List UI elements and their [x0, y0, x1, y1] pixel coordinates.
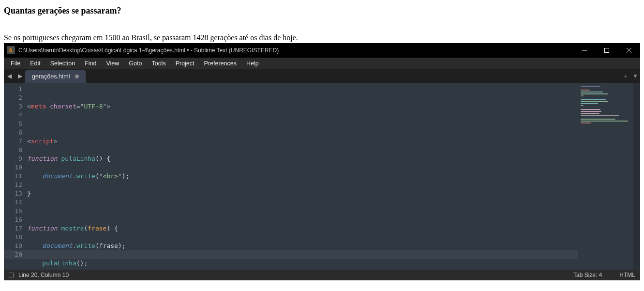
svg-rect-1 [605, 48, 609, 53]
line-number: 17 [4, 224, 22, 233]
line-number: 18 [4, 233, 22, 242]
tab-nav-next-icon[interactable]: ▶ [15, 69, 25, 83]
line-number: 4 [4, 111, 22, 120]
code-view[interactable]: <meta charset="UTF-8"> <script> function… [27, 83, 578, 270]
line-number: 3 [4, 102, 22, 111]
page-paragraph: Se os portugueses chegaram em 1500 ao Br… [4, 33, 640, 42]
status-tabsize[interactable]: Tab Size: 4 [573, 272, 602, 278]
maximize-button[interactable] [596, 43, 618, 58]
tab-overflow-button[interactable]: ▼ [630, 73, 640, 79]
vertical-scrollbar[interactable] [633, 83, 640, 270]
line-number: 8 [4, 146, 22, 154]
sublime-logo-icon: S [7, 46, 15, 54]
tab-dirty-icon [75, 75, 79, 78]
line-number: 16 [4, 215, 22, 224]
menu-preferences[interactable]: Preferences [199, 59, 241, 68]
line-number: 1 [4, 85, 22, 93]
tabbar: ◀ ▶ gerações.html ＋ ▼ [4, 69, 640, 83]
menu-help[interactable]: Help [241, 59, 264, 68]
menu-goto[interactable]: Goto [124, 59, 147, 68]
line-number: 10 [4, 163, 22, 172]
tab-nav-prev-icon[interactable]: ◀ [4, 69, 15, 83]
line-number: 11 [4, 172, 22, 181]
line-number: 6 [4, 128, 22, 137]
menu-view[interactable]: View [101, 59, 124, 68]
page-heading: Quantas gerações se passaram? [4, 6, 640, 16]
tab-label: gerações.html [32, 73, 70, 80]
statusbar: Line 20, Column 10 Tab Size: 4 HTML [4, 270, 640, 280]
line-number: 19 [4, 242, 22, 250]
gutter: 1 2 3 4 5 6 7 8 9 10 11 12 13 14 15 16 1… [4, 83, 27, 270]
line-number: 9 [4, 154, 22, 163]
menu-project[interactable]: Project [171, 59, 199, 68]
status-panel-icon[interactable] [9, 273, 14, 277]
sublime-window: S C:\Users\harub\Desktop\Coisas\Lógica\L… [4, 43, 640, 280]
line-number: 7 [4, 137, 22, 146]
line-number: 12 [4, 181, 22, 189]
menu-file[interactable]: File [6, 59, 25, 68]
line-number: 15 [4, 207, 22, 215]
menubar: File Edit Selection Find View Goto Tools… [4, 58, 640, 69]
close-button[interactable] [618, 43, 640, 58]
editor-area[interactable]: 1 2 3 4 5 6 7 8 9 10 11 12 13 14 15 16 1… [4, 83, 640, 270]
line-number: 2 [4, 93, 22, 102]
new-tab-button[interactable]: ＋ [621, 72, 630, 80]
menu-edit[interactable]: Edit [25, 59, 45, 68]
line-number: 5 [4, 120, 22, 128]
status-syntax[interactable]: HTML [619, 272, 635, 278]
menu-tools[interactable]: Tools [147, 59, 170, 68]
status-position[interactable]: Line 20, Column 10 [18, 272, 69, 278]
line-number: 13 [4, 189, 22, 198]
line-number: 14 [4, 198, 22, 207]
menu-find[interactable]: Find [80, 59, 101, 68]
line-number: 20 [4, 250, 22, 259]
minimap[interactable] [578, 83, 633, 270]
window-title: C:\Users\harub\Desktop\Coisas\Lógica\Lóg… [18, 47, 279, 54]
menu-selection[interactable]: Selection [45, 59, 80, 68]
minimize-button[interactable] [573, 43, 596, 58]
titlebar[interactable]: S C:\Users\harub\Desktop\Coisas\Lógica\L… [4, 43, 640, 58]
tab-active[interactable]: gerações.html [25, 70, 86, 83]
